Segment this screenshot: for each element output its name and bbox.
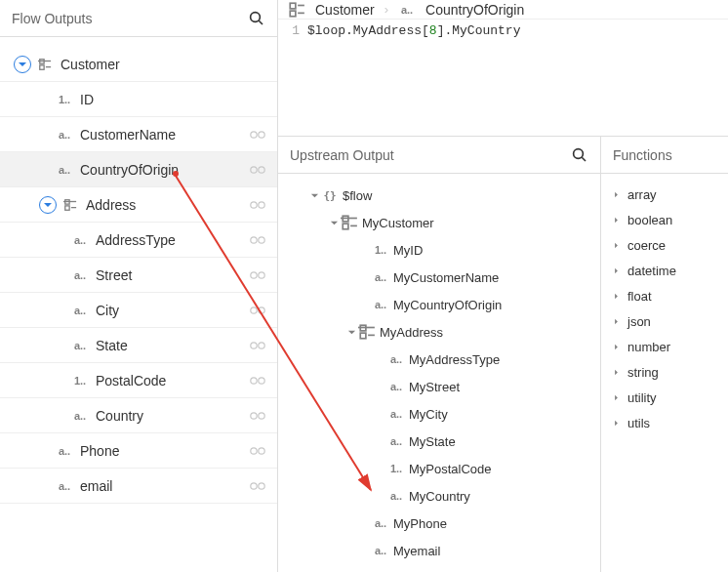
function-label: utility [627, 390, 657, 405]
tree-item-street[interactable]: a..Street [0, 258, 277, 293]
tree-item-email[interactable]: a..email [0, 469, 277, 504]
function-category-coerce[interactable]: coerce [601, 232, 728, 258]
breadcrumb: Customer › a.. CountryOfOrigin [278, 0, 728, 20]
upstream-item-mystate[interactable]: a..MyState [278, 428, 600, 455]
svg-line-1 [259, 20, 263, 24]
upstream-item-myaddress[interactable]: MyAddress [278, 318, 600, 346]
upstream-item-mycustomer[interactable]: MyCustomer [278, 209, 600, 236]
string-icon: a.. [387, 408, 405, 420]
caret-down-icon[interactable] [344, 328, 358, 337]
search-icon[interactable] [571, 146, 588, 164]
tree-label: MyPhone [393, 516, 447, 531]
upstream-item-flow[interactable]: {}$flow [278, 182, 600, 209]
editor-line-number: 1 [286, 23, 307, 38]
svg-point-27 [259, 412, 264, 418]
upstream-item-mypostalcode[interactable]: 1..MyPostalCode [278, 455, 600, 482]
upstream-item-mystreet[interactable]: a..MyStreet [278, 373, 600, 400]
upstream-item-mycountryoforigin[interactable]: a..MyCountryOfOrigin [278, 291, 600, 318]
svg-rect-39 [343, 224, 348, 229]
tree-label: ID [80, 92, 269, 107]
function-category-number[interactable]: number [601, 334, 728, 359]
tree-item-country[interactable]: a..Country [0, 398, 277, 433]
object-icon [61, 198, 80, 212]
svg-point-26 [251, 412, 257, 418]
tree-item-address[interactable]: Address [0, 187, 277, 223]
string-icon: a.. [70, 305, 90, 316]
upstream-item-myid[interactable]: 1..MyID [278, 236, 600, 264]
svg-point-0 [251, 12, 261, 21]
link-icon [250, 446, 269, 456]
crumb-customer[interactable]: Customer [315, 2, 375, 18]
number-icon: 1.. [55, 94, 74, 105]
tree-label: Phone [80, 443, 250, 459]
svg-point-7 [259, 131, 264, 137]
function-category-array[interactable]: array [601, 182, 728, 207]
string-icon: a.. [387, 490, 405, 502]
expression-editor[interactable]: 1 $loop.MyAddress[8].MyCountry [278, 20, 728, 137]
object-icon [35, 58, 55, 71]
caret-down-icon[interactable] [307, 191, 321, 200]
svg-point-15 [259, 201, 264, 207]
tree-label: CountryOfOrigin [80, 162, 250, 178]
functions-header: Functions [601, 137, 728, 174]
tree-label: AddressType [96, 232, 250, 248]
functions-panel: Functions arraybooleancoercedatetimefloa… [601, 137, 728, 572]
upstream-item-myemail[interactable]: a..Myemail [278, 537, 600, 564]
string-icon: a.. [372, 299, 389, 310]
function-label: boolean [627, 213, 672, 227]
string-icon: a.. [55, 480, 74, 492]
svg-rect-33 [290, 11, 296, 17]
function-category-float[interactable]: float [601, 283, 728, 308]
tree-item-addresstype[interactable]: a..AddressType [0, 223, 277, 258]
tree-item-state[interactable]: a..State [0, 328, 277, 363]
tree-item-postalcode[interactable]: 1..PostalCode [0, 363, 277, 398]
function-category-boolean[interactable]: boolean [601, 207, 728, 232]
upstream-item-mycustomername[interactable]: a..MyCustomerName [278, 264, 600, 291]
upstream-item-mycity[interactable]: a..MyCity [278, 400, 600, 428]
functions-tree: arraybooleancoercedatetimefloatjsonnumbe… [601, 174, 728, 443]
tree-label: Customer [61, 57, 269, 72]
svg-point-9 [259, 166, 264, 172]
tree-item-phone[interactable]: a..Phone [0, 433, 277, 469]
search-icon[interactable] [248, 10, 265, 27]
svg-point-28 [251, 447, 257, 453]
tree-label: Street [96, 267, 250, 283]
caret-right-icon [613, 393, 620, 402]
editor-code[interactable]: $loop.MyAddress[8].MyCountry [307, 23, 520, 38]
tree-label: MyAddress [380, 325, 443, 340]
function-category-json[interactable]: json [601, 308, 728, 334]
svg-point-31 [259, 482, 264, 488]
crumb-country[interactable]: CountryOfOrigin [425, 2, 524, 18]
tree-item-countryoforigin[interactable]: a..CountryOfOrigin [0, 152, 277, 187]
function-category-datetime[interactable]: datetime [601, 258, 728, 283]
object-icon [341, 214, 358, 231]
upstream-item-mycountry[interactable]: a..MyCountry [278, 482, 600, 510]
tree-item-customer[interactable]: Customer [0, 47, 277, 82]
tree-label: MyState [409, 434, 456, 449]
expand-toggle[interactable] [39, 196, 57, 214]
tree-label: MyPostalCode [409, 462, 492, 476]
flow-outputs-tree: Customer1..IDa..CustomerNamea..CountryOf… [0, 37, 277, 572]
function-category-utility[interactable]: utility [601, 385, 728, 410]
upstream-item-myphone[interactable]: a..MyPhone [278, 510, 600, 537]
tree-item-customername[interactable]: a..CustomerName [0, 117, 277, 152]
function-category-string[interactable]: string [601, 359, 728, 385]
string-icon: a.. [70, 234, 90, 246]
tree-label: CustomerName [80, 127, 250, 143]
upstream-item-myaddresstype[interactable]: a..MyAddressType [278, 346, 600, 373]
tree-label: MyCountryOfOrigin [393, 298, 502, 312]
svg-point-29 [259, 447, 264, 453]
string-icon: a.. [55, 164, 74, 176]
function-label: json [627, 314, 651, 329]
expand-toggle[interactable] [14, 56, 31, 73]
function-label: datetime [627, 264, 676, 278]
tree-item-id[interactable]: 1..ID [0, 82, 277, 117]
number-icon: 1.. [372, 244, 389, 256]
function-category-utils[interactable]: utils [601, 410, 728, 435]
caret-down-icon[interactable] [327, 219, 341, 227]
function-label: utils [627, 416, 650, 430]
string-icon: a.. [387, 435, 405, 447]
tree-label: Address [86, 197, 250, 213]
tree-item-city[interactable]: a..City [0, 293, 277, 328]
tree-label: MyCity [409, 407, 448, 422]
